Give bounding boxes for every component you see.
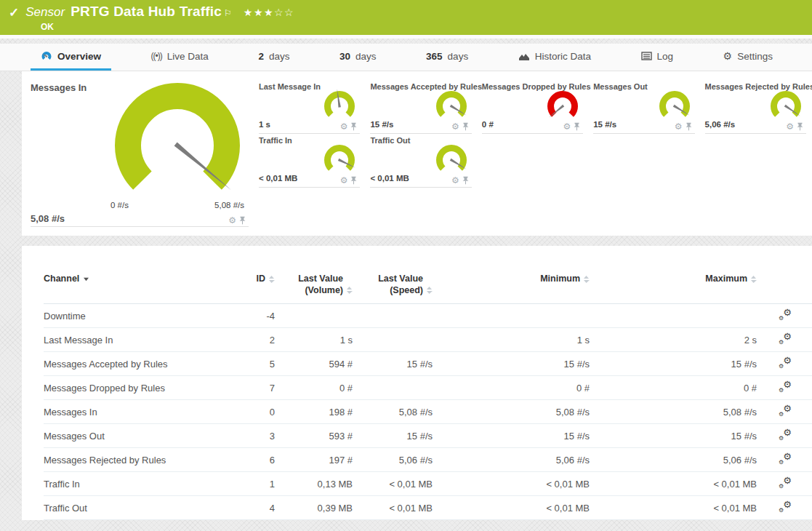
gauge-gear-icon[interactable]: ⚙ (340, 176, 348, 185)
channel-settings-gears-icon[interactable]: ⚙⚙ (779, 356, 792, 369)
cell-last-value-volume: 198 # (275, 400, 353, 424)
cell-last-value-volume: 0 # (275, 376, 353, 400)
priority-stars[interactable]: ★★★☆☆ (244, 7, 294, 18)
cell-last-value-volume: 0,13 MB (275, 472, 353, 496)
tab-label: Log (657, 51, 674, 62)
cell-maximum: 5,08 #/s (590, 400, 757, 424)
log-icon (641, 52, 652, 60)
tab-label: days (269, 51, 290, 62)
gauge-gear-icon[interactable]: ⚙ (451, 122, 459, 131)
cell-channel: Downtime (44, 304, 228, 328)
cell-id: 4 (228, 496, 275, 520)
gauge-scale-min: 0 #/s (110, 201, 129, 209)
channel-row-downtime: Downtime-4⚙⚙ (44, 304, 812, 328)
gauge-scale: 0 #/s 5,08 #/s (105, 201, 250, 209)
cell-channel: Messages Out (44, 424, 228, 448)
gauge-messages-out: Messages Out15 #/s⚙ (593, 80, 694, 134)
tab-bar: Overview((•))Live Data2days30days365days… (0, 44, 812, 71)
channel-settings-gears-icon[interactable]: ⚙⚙ (779, 476, 792, 489)
gauge-actions: ⚙ (228, 216, 246, 225)
channel-row-traffic-out: Traffic Out40,39 MB< 0,01 MB< 0,01 MB< 0… (44, 496, 812, 520)
flag-icon[interactable]: ⚐ (224, 8, 232, 18)
tab-settings[interactable]: ⚙Settings (713, 44, 783, 71)
tab-label: days (355, 51, 377, 62)
gauge-pin-icon[interactable] (797, 122, 803, 131)
gauge-pin-icon[interactable] (239, 216, 246, 225)
tab-365-days[interactable]: 365days (416, 44, 478, 71)
column-header-volume[interactable]: Last Value (Volume) (275, 271, 353, 304)
channel-settings-gears-icon[interactable]: ⚙⚙ (779, 428, 792, 441)
settings-gear-icon: ⚙ (723, 51, 733, 61)
gauge-actions: ⚙ (451, 176, 469, 185)
channel-settings-gears-icon[interactable]: ⚙⚙ (779, 308, 792, 321)
column-header-channel[interactable]: Channel (44, 271, 228, 304)
channel-settings-gears-icon[interactable]: ⚙⚙ (779, 452, 792, 465)
cell-channel: Traffic Out (44, 496, 228, 520)
tab-historic-data[interactable]: Historic Data (508, 44, 601, 71)
tab-2-days[interactable]: 2days (248, 44, 300, 71)
column-header-min[interactable]: Minimum (433, 271, 590, 304)
cell-id: 6 (228, 448, 275, 472)
tab-label: Settings (737, 51, 773, 62)
column-label: Last Value (Speed) (378, 274, 423, 296)
channel-row-messages-accepted-by-rules: Messages Accepted by Rules5594 #15 #/s15… (44, 352, 812, 376)
tab-log[interactable]: Log (631, 44, 684, 71)
priority-star-2[interactable]: ★ (254, 7, 264, 18)
tab-overview[interactable]: Overview (31, 44, 111, 71)
cell-last-value-speed (353, 328, 433, 352)
column-header-speed[interactable]: Last Value (Speed) (353, 271, 433, 304)
gauge-pin-icon[interactable] (574, 122, 580, 131)
channel-settings-gears-icon[interactable]: ⚙⚙ (779, 500, 792, 513)
channel-settings-gears-icon[interactable]: ⚙⚙ (779, 380, 792, 393)
column-header-max[interactable]: Maximum (590, 271, 757, 304)
gauge-value: 15 #/s (370, 120, 393, 129)
cell-channel: Messages Accepted by Rules (44, 352, 228, 376)
gauge-dial (105, 83, 250, 207)
priority-star-3[interactable]: ★ (264, 7, 274, 18)
primary-gauge-messages-in: Messages In 0 #/s 5,08 #/s 5,08 #/s ⚙ (31, 79, 249, 227)
column-label: Last Value (Volume) (298, 274, 343, 296)
priority-star-5[interactable]: ☆ (284, 7, 294, 18)
tab-prefix: 2 (258, 51, 264, 62)
cell-maximum: < 0,01 MB (590, 496, 757, 520)
channels-table-header: ChannelIDLast Value (Volume)Last Value (… (44, 271, 812, 304)
cell-minimum: < 0,01 MB (433, 496, 590, 520)
tab-live-data[interactable]: ((•))Live Data (141, 44, 219, 71)
gauge-pin-icon[interactable] (462, 176, 469, 185)
cell-last-value-volume: 593 # (275, 424, 353, 448)
column-label: Maximum (705, 274, 747, 285)
gauge-pin-icon[interactable] (350, 176, 357, 185)
gauge-gear-icon[interactable]: ⚙ (451, 176, 459, 185)
gauge-value: < 0,01 MB (259, 174, 297, 183)
gauge-gear-icon[interactable]: ⚙ (340, 122, 348, 131)
priority-star-1[interactable]: ★ (244, 7, 254, 18)
cell-id: 2 (228, 328, 275, 352)
cell-minimum: 5,06 #/s (433, 448, 590, 472)
column-label: Minimum (540, 274, 580, 285)
column-header-id[interactable]: ID (228, 271, 275, 304)
priority-star-4[interactable]: ☆ (274, 7, 284, 18)
gauge-value: 5,08 #/s (31, 213, 65, 224)
channel-row-messages-rejected-by-rules: Messages Rejected by Rules6197 #5,06 #/s… (44, 448, 812, 472)
channel-settings-gears-icon[interactable]: ⚙⚙ (779, 332, 792, 345)
cell-last-value-speed: 5,08 #/s (353, 400, 433, 424)
gauge-gear-icon[interactable]: ⚙ (563, 122, 571, 131)
cell-last-value-speed: 15 #/s (353, 424, 433, 448)
sensor-title: PRTG Data Hub Traffic (71, 4, 222, 20)
status-ok-check-icon: ✓ (9, 5, 19, 20)
channel-settings-gears-icon[interactable]: ⚙⚙ (779, 404, 792, 417)
gauge-pin-icon[interactable] (686, 122, 692, 131)
gauge-gear-icon[interactable]: ⚙ (786, 122, 794, 131)
gauge-gear-icon[interactable]: ⚙ (228, 216, 236, 225)
tab-label: Live Data (167, 51, 209, 62)
tab-label: Historic Data (535, 51, 591, 62)
cell-last-value-speed (353, 376, 433, 400)
gauge-pin-icon[interactable] (350, 122, 357, 131)
cell-minimum: 0 # (433, 376, 590, 400)
gauge-value: 5,06 #/s (705, 120, 736, 129)
sensor-header: ✓ Sensor PRTG Data Hub Traffic ⚐ ★★★☆☆ O… (0, 0, 812, 35)
gauge-gear-icon[interactable]: ⚙ (675, 122, 683, 131)
tab-30-days[interactable]: 30days (329, 44, 387, 71)
gauge-pin-icon[interactable] (462, 122, 469, 131)
cell-id: -4 (228, 304, 275, 328)
